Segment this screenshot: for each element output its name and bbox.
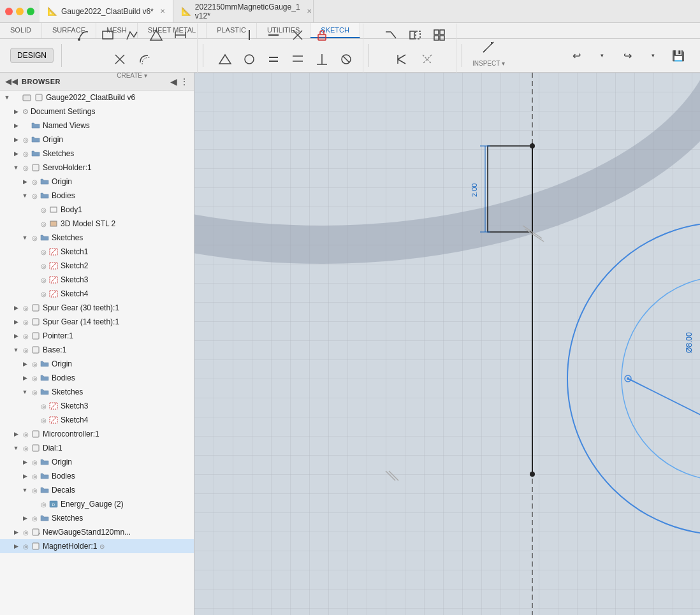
base-bodies-arrow[interactable] (20, 375, 29, 381)
decals-arrow[interactable] (20, 487, 29, 493)
sh-sketch3-vis[interactable]: ◎ (38, 277, 48, 284)
dial-origin-arrow[interactable] (20, 459, 29, 465)
tree-root[interactable]: Gauge2022_ClaatBuild v6 (0, 90, 194, 105)
save-button[interactable]: 💾 (667, 44, 690, 67)
undo-button[interactable]: ↩ (565, 44, 588, 67)
measure-button[interactable] (477, 36, 500, 59)
tree-sketch1[interactable]: ◎ Sketch1 (0, 245, 194, 259)
circle-mod-button[interactable] (238, 48, 261, 71)
energy-gauge-vis[interactable]: ◎ (38, 501, 48, 508)
sh-sketches-arrow[interactable] (20, 235, 29, 241)
undo-dropdown-button[interactable]: ▾ (590, 44, 613, 67)
triangle-mod-button[interactable] (214, 48, 237, 71)
sh-sketch4-vis[interactable]: ◎ (38, 291, 48, 298)
doc-settings-arrow[interactable] (11, 108, 20, 115)
spurgear30-arrow[interactable] (11, 305, 20, 311)
tree-origin-top[interactable]: ◎ Origin (0, 133, 194, 147)
tree-base-origin[interactable]: ◎ Origin (0, 357, 194, 371)
tree-sh-bodies[interactable]: ◎ Bodies (0, 189, 194, 203)
tree-base-sketch3[interactable]: ◎ Sketch3 (0, 399, 194, 413)
tree-doc-settings[interactable]: ⚙ Document Settings (0, 105, 194, 119)
tree-dial-bodies[interactable]: ◎ Bodies (0, 469, 194, 483)
magnetholder-vis[interactable]: ◎ (20, 543, 31, 550)
minimize-window-button[interactable] (16, 8, 24, 15)
dimension-line-button[interactable] (169, 24, 192, 47)
tree-magnetholder[interactable]: ◎ MagnetHolder:1 ⊙ (0, 539, 194, 553)
dial-bodies-arrow[interactable] (20, 473, 29, 479)
line-tool-button[interactable] (72, 24, 95, 47)
offset-tool-button[interactable] (133, 48, 156, 71)
base-origin-vis[interactable]: ◎ (29, 361, 40, 368)
sh-origin-vis[interactable]: ◎ (29, 178, 40, 185)
base-sketch4-vis[interactable]: ◎ (38, 417, 48, 424)
named-views-arrow[interactable] (11, 122, 20, 129)
servoholder-vis[interactable]: ◎ (20, 164, 31, 171)
close-window-button[interactable] (5, 8, 13, 15)
triangle-tool-button[interactable] (145, 24, 168, 47)
tab2-close-button[interactable]: ✕ (307, 8, 312, 15)
newgaugestand-vis[interactable]: ◎ (20, 529, 31, 536)
perpendicular-button[interactable] (310, 48, 333, 71)
sh-bodies-vis[interactable]: ◎ (29, 192, 40, 199)
tree-sh-sketch3[interactable]: ◎ Sketch3 (0, 273, 194, 287)
no-symbol-button[interactable] (335, 48, 358, 71)
vertical-line-button[interactable] (238, 24, 261, 47)
base-vis[interactable]: ◎ (20, 347, 31, 354)
tab-magnetic-gauge[interactable]: 📐 2022150mmMagneticGauge_1 v12* ✕ (173, 0, 314, 22)
dial-vis[interactable]: ◎ (20, 445, 31, 452)
tree-microcontroller[interactable]: ◎ Microcontroller:1 (0, 427, 194, 441)
parallel-button[interactable] (286, 48, 309, 71)
maximize-window-button[interactable] (27, 8, 34, 15)
tab-gauge2022[interactable]: 📐 Gauge2022_ClaatBuild v6* ✕ (40, 0, 173, 22)
tree-pointer[interactable]: ◎ Pointer:1 (0, 329, 194, 343)
tree-named-views[interactable]: Named Views (0, 119, 194, 133)
body1-vis[interactable]: ◎ (38, 206, 48, 213)
newgaugestand-arrow[interactable] (11, 529, 20, 535)
cut-tool-button[interactable] (108, 48, 131, 71)
doc-settings-vis[interactable]: ⚙ (20, 108, 31, 116)
base-origin-arrow[interactable] (20, 361, 29, 367)
dial-sketches-arrow[interactable] (20, 515, 29, 521)
servoholder-arrow[interactable] (11, 164, 20, 171)
pointer-arrow[interactable] (11, 333, 20, 339)
sh-bodies-arrow[interactable] (20, 192, 29, 199)
redo-dropdown-button[interactable]: ▾ (641, 44, 664, 67)
sketch1-vis[interactable]: ◎ (38, 249, 48, 256)
lock-button[interactable] (310, 24, 333, 47)
3dmodel-vis[interactable]: ◎ (38, 221, 48, 228)
root-arrow[interactable] (3, 94, 11, 101)
origin-top-arrow[interactable] (11, 136, 20, 143)
tree-sketch2[interactable]: ◎ Sketch2 (0, 259, 194, 273)
tree-dial-sketches[interactable]: ◎ Sketches (0, 511, 194, 525)
tree-spurgear14[interactable]: ◎ Spur Gear (14 teeth):1 (0, 315, 194, 329)
tree-energy-gauge[interactable]: ◎ D Energy_Gauge (2) (0, 497, 194, 511)
tree-dial-origin[interactable]: ◎ Origin (0, 455, 194, 469)
tree-base-sketch4[interactable]: ◎ Sketch4 (0, 413, 194, 427)
tree-base[interactable]: ◎ Base:1 (0, 343, 194, 357)
tab1-close-button[interactable]: ✕ (160, 8, 165, 15)
tree-3dmodel[interactable]: ◎ 3D Model STL 2 (0, 217, 194, 231)
tree-servoholder[interactable]: ◎ ServoHolder:1 (0, 161, 194, 175)
tree-sh-sketches[interactable]: ◎ Sketches (0, 231, 194, 245)
spurgear14-arrow[interactable] (11, 319, 20, 325)
tab-solid[interactable]: SOLID (0, 23, 42, 38)
dial-arrow[interactable] (11, 445, 20, 451)
spurgear14-vis[interactable]: ◎ (20, 319, 31, 326)
design-button[interactable]: DESIGN (10, 48, 54, 63)
tree-base-sketches[interactable]: ◎ Sketches (0, 385, 194, 399)
fix-button[interactable] (391, 48, 414, 71)
decals-vis[interactable]: ◎ (29, 487, 40, 494)
tree-base-bodies[interactable]: ◎ Bodies (0, 371, 194, 385)
origin-top-vis[interactable]: ◎ (20, 136, 31, 143)
base-sketches-arrow[interactable] (20, 389, 29, 395)
base-sketch3-vis[interactable]: ◎ (38, 403, 48, 410)
base-sketches-vis[interactable]: ◎ (29, 389, 40, 396)
dial-sketches-vis[interactable]: ◎ (29, 515, 40, 522)
browser-collapse-icon[interactable]: ◀◀ (5, 76, 18, 86)
equal-button[interactable] (262, 48, 285, 71)
browser-tree[interactable]: Gauge2022_ClaatBuild v6 ⚙ Document Setti… (0, 90, 194, 615)
base-arrow[interactable] (11, 347, 20, 353)
dial-bodies-vis[interactable]: ◎ (29, 473, 40, 480)
pattern-button[interactable] (428, 24, 451, 47)
dial-origin-vis[interactable]: ◎ (29, 459, 40, 466)
